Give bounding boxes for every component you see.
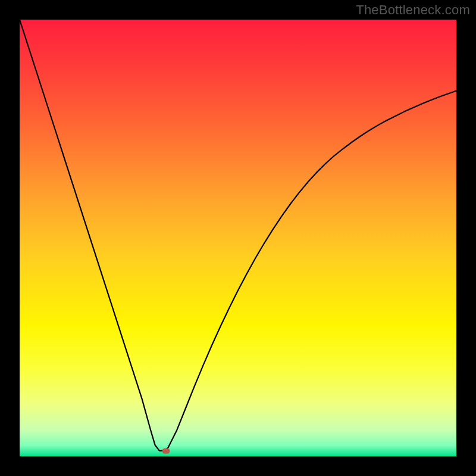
plot-area xyxy=(20,20,456,456)
chart-frame: TheBottleneck.com xyxy=(0,0,476,476)
watermark-text: TheBottleneck.com xyxy=(356,2,470,18)
curve-layer xyxy=(20,20,456,456)
optimal-point-marker xyxy=(162,449,170,454)
bottleneck-curve xyxy=(20,20,456,450)
